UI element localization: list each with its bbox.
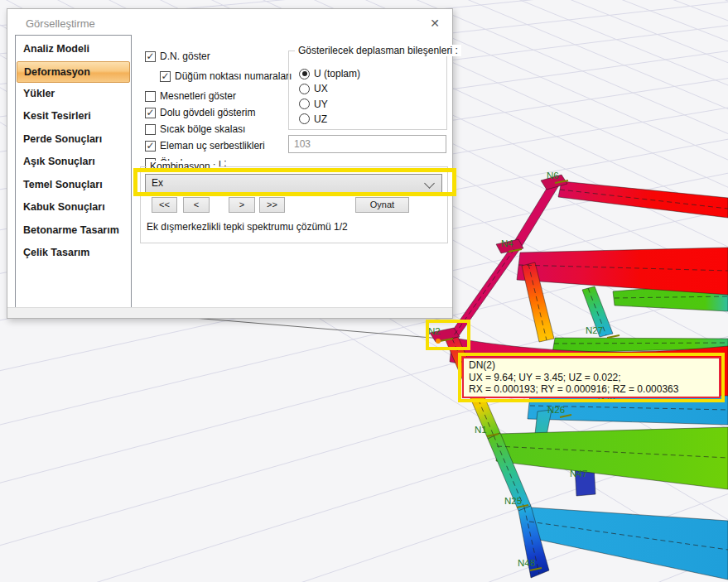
nav-button-2[interactable]: > [229, 197, 255, 213]
display-options: ✓D.N. göster✓Düğüm noktası numaralarıMes… [145, 51, 292, 169]
checkbox[interactable] [145, 124, 156, 135]
checkbox-label: Sıcak bölge skalası [156, 123, 245, 135]
checkbox-label: Mesnetleri göster [156, 90, 236, 102]
sidebar-item-kesit-tesirleri[interactable]: Kesit Tesirleri [16, 105, 131, 128]
checkbox-label: Eleman uç serbestlikleri [156, 140, 265, 152]
sidebar-item-y-kler[interactable]: Yükler [16, 83, 131, 106]
sidebar-item-kabuk-sonu-lar-[interactable]: Kabuk Sonuçları [16, 196, 131, 219]
node-label-N6: N6 [547, 171, 559, 180]
combination-value: Ex [152, 177, 163, 189]
checkbox-row: ✓D.N. göster [145, 51, 292, 62]
radio-label: U (toplam) [310, 68, 360, 79]
nav-button-1[interactable]: < [183, 197, 210, 213]
displacement-group-label: Gösterilecek deplasman bileşenleri : [295, 45, 461, 56]
sidebar-item--elik-tasar-m[interactable]: Çelik Tasarım [16, 242, 131, 265]
checkbox[interactable]: ✓ [160, 71, 171, 82]
node-label-N1: N1 [475, 425, 487, 435]
radio-button[interactable] [299, 99, 310, 109]
sidebar-item-betonarme-tasar-m[interactable]: Betonarme Tasarım [16, 219, 131, 243]
play-button[interactable]: Oynat [355, 197, 409, 213]
combination-dropdown[interactable]: Ex [145, 174, 442, 193]
sidebar-item-temel-sonu-lar-[interactable]: Temel Sonuçları [16, 174, 131, 197]
checkbox[interactable] [145, 91, 156, 102]
radio-label: UX [310, 83, 328, 94]
nav-button-3[interactable]: >> [259, 197, 285, 213]
sidebar-item-a-k-sonu-lar-[interactable]: Aşık Sonuçları [16, 151, 131, 174]
radio-button[interactable] [299, 84, 310, 94]
node-label-N27: N27 [586, 325, 603, 335]
radio-row: UY [299, 99, 328, 110]
node-label-N48: N48 [518, 558, 535, 568]
dialog-title: Görselleştirme [26, 17, 95, 30]
scale-factor-input[interactable] [288, 135, 446, 153]
checkbox-label: Düğüm noktası numaraları [171, 70, 292, 82]
sidebar-item-analiz-modeli[interactable]: Analiz Modeli [16, 38, 131, 61]
tooltip-rotations: RX = 0.000193; RY = 0.000916; RZ = 0.000… [469, 383, 714, 396]
app-stage: N6N4N2N27N26N45N1N47N25N48 DN(2) UX = 9.… [0, 0, 728, 582]
visualization-dialog: Görselleştirme ✕ Analiz ModeliDeformasyo… [7, 8, 453, 319]
checkbox-label: Dolu gövdeli gösterim [156, 107, 255, 118]
checkbox[interactable]: ✓ [145, 51, 156, 62]
radio-row: UX [299, 83, 328, 94]
sidebar-item-perde-sonu-lar-[interactable]: Perde Sonuçları [16, 128, 131, 152]
radio-label: UY [310, 99, 328, 110]
nav-button-0[interactable]: << [152, 197, 177, 213]
checkbox-row: Sıcak bölge skalası [145, 123, 292, 135]
radio-label: UZ [310, 113, 327, 125]
checkbox-row: ✓Eleman uç serbestlikleri [145, 140, 292, 152]
node-label-N4: N4 [501, 238, 513, 248]
node-result-tooltip: DN(2) UX = 9.64; UY = 3.45; UZ = 0.022; … [462, 357, 721, 398]
dialog-footer [7, 307, 452, 318]
combination-group-label: Kombinasyon : [147, 161, 219, 172]
node-label-N47: N47 [570, 469, 587, 479]
radio-button[interactable] [299, 69, 310, 79]
checkbox[interactable]: ✓ [145, 108, 156, 118]
checkbox[interactable]: ✓ [145, 141, 156, 152]
node-label-N2: N2 [428, 326, 441, 336]
selected-node-marker [436, 339, 441, 344]
radio-row: U (toplam) [299, 68, 360, 79]
close-icon[interactable]: ✕ [427, 16, 442, 31]
sidebar-item-deformasyon[interactable]: Deformasyon [17, 61, 130, 83]
tooltip-node-id: DN(2) [469, 359, 714, 372]
displacement-components-group: Gösterilecek deplasman bileşenleri : U (… [288, 51, 447, 130]
tooltip-translations: UX = 9.64; UY = 3.45; UZ = 0.022; [469, 372, 714, 384]
combination-status-text: Ek dışmerkezlikli tepki spektrumu çözümü… [147, 221, 348, 233]
chevron-down-icon [424, 178, 435, 189]
radio-row: UZ [299, 113, 327, 125]
checkbox-label: D.N. göster [156, 51, 210, 62]
checkbox-row: ✓Düğüm noktası numaraları [160, 70, 292, 82]
checkbox-row: Mesnetleri göster [145, 90, 292, 102]
radio-button[interactable] [299, 113, 310, 124]
node-label-N26: N26 [547, 405, 565, 415]
node-label-N25: N25 [504, 496, 522, 506]
sidebar-list: Analiz ModeliDeformasyonYüklerKesit Tesi… [15, 35, 132, 308]
checkbox-row: ✓Dolu gövdeli gösterim [145, 107, 292, 118]
